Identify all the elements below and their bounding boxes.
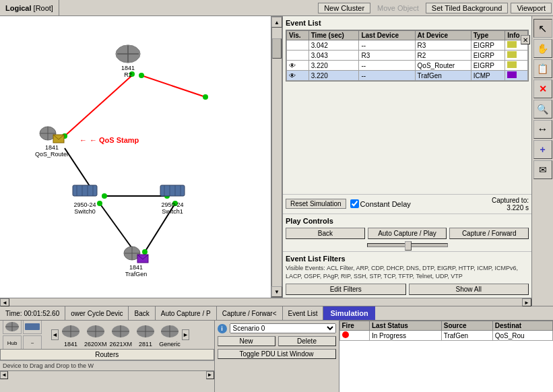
logical-label: Logical bbox=[5, 4, 32, 12]
device-2621xm-label: 2621XM bbox=[109, 341, 132, 348]
event-time-2: 3.220 bbox=[308, 61, 359, 71]
status-auto-capture[interactable]: Auto Capture / P bbox=[156, 306, 217, 320]
device-scroll-left[interactable]: ◄ bbox=[51, 329, 59, 340]
qos-arrow-icon: ← bbox=[79, 136, 87, 144]
envelope-pdu-button[interactable]: ✉ bbox=[533, 160, 552, 179]
hscroll-left[interactable]: ◄ bbox=[0, 298, 9, 306]
scenario-delete-button[interactable]: Delete bbox=[278, 336, 336, 346]
scenario-select[interactable]: Scenario 0 bbox=[230, 323, 336, 333]
scenario-info-icon: i bbox=[218, 324, 227, 333]
canvas-row: 1841R2 18 bbox=[0, 16, 531, 298]
event-list-table-wrapper[interactable]: Vis. Time (sec) Last Device At Device Ty… bbox=[286, 30, 529, 81]
event-filters-title: Event List Filters bbox=[286, 255, 529, 263]
event-row-3[interactable]: 👁 3.220 -- TrafGen ICMP bbox=[287, 71, 528, 81]
canvas-vscroll[interactable]: ▲ ▼ bbox=[271, 16, 282, 298]
play-slider-track[interactable] bbox=[367, 243, 448, 247]
scenario-new-button[interactable]: New bbox=[218, 336, 275, 346]
device-1841[interactable]: 1841 bbox=[60, 322, 82, 348]
canvas-with-scroll: 1841R2 18 bbox=[0, 16, 531, 306]
constant-delay-label[interactable]: Constant Delay bbox=[350, 199, 411, 208]
vscroll-down[interactable]: ▼ bbox=[271, 286, 282, 297]
reset-simulation-button[interactable]: Reset Simulation bbox=[286, 199, 346, 209]
category-switches[interactable] bbox=[23, 321, 42, 334]
sim-col-fire: Fire bbox=[339, 321, 369, 331]
hscroll-track[interactable] bbox=[9, 298, 522, 306]
node-r2[interactable]: 1841R2 bbox=[115, 43, 141, 78]
status-back[interactable]: Back bbox=[129, 306, 155, 320]
canvas-hscroll[interactable]: ◄ ► bbox=[0, 298, 531, 306]
status-event-list[interactable]: Event List bbox=[283, 306, 324, 320]
category-routers[interactable] bbox=[3, 321, 22, 334]
event-last-1: R3 bbox=[359, 51, 415, 61]
dev-hscroll-right[interactable]: ► bbox=[206, 371, 214, 379]
node-switch1[interactable]: 2950-24Switch1 bbox=[159, 180, 186, 215]
toggle-pdu-button[interactable]: Toggle PDU List Window bbox=[218, 349, 336, 359]
note-tool-button[interactable]: 📋 bbox=[533, 59, 552, 78]
dialog-close-button[interactable]: ✕ bbox=[521, 35, 530, 44]
new-cluster-button[interactable]: New Cluster bbox=[318, 3, 370, 13]
zoom-tool-button[interactable]: 🔍 bbox=[533, 100, 552, 119]
node-switch0[interactable]: 2950-24Switch0 bbox=[71, 180, 98, 215]
event-row-2[interactable]: 👁 3.220 -- QoS_Router EIGRP bbox=[287, 61, 528, 71]
top-toolbar: Logical [Root] New Cluster Move Object S… bbox=[0, 0, 553, 16]
bottom-hint: Device to Drag and Drop to the W bbox=[0, 360, 214, 370]
node-switch0-label: 2950-24Switch0 bbox=[73, 201, 96, 215]
col-time: Time (sec) bbox=[308, 31, 359, 40]
show-all-button[interactable]: Show All bbox=[409, 284, 529, 295]
status-time: Time: 00:01:52.60 bbox=[0, 306, 65, 320]
node-switch1-label: 2950-24Switch1 bbox=[161, 201, 183, 215]
node-trafgen[interactable]: 1841TrafGen bbox=[123, 242, 150, 277]
capture-forward-button[interactable]: Capture / Forward bbox=[449, 228, 529, 239]
event-at-3: TrafGen bbox=[415, 71, 471, 81]
vscroll-thumb[interactable] bbox=[272, 38, 282, 59]
svg-line-1 bbox=[141, 75, 205, 97]
main-area: 1841R2 18 bbox=[0, 16, 553, 306]
svg-point-16 bbox=[203, 94, 208, 100]
qos-stamp-label: ← ← QoS Stamp bbox=[79, 136, 139, 144]
simulation-table: Fire Last Status Source Destinat In Prog… bbox=[339, 321, 554, 341]
canvas-area[interactable]: 1841R2 18 bbox=[0, 16, 271, 298]
add-pdu-button[interactable]: + bbox=[533, 140, 552, 159]
routers-label: Routers bbox=[0, 349, 214, 360]
status-power-cycle[interactable]: ower Cycle Devic bbox=[65, 306, 129, 320]
device-2620xm-label: 2620XM bbox=[84, 341, 107, 348]
select-tool-button[interactable]: ↖ bbox=[533, 19, 552, 38]
status-capture-forward[interactable]: Capture / Forwar< bbox=[217, 306, 283, 320]
move-tool-button[interactable]: ↔ bbox=[533, 120, 552, 139]
viewport-button[interactable]: Viewport bbox=[511, 3, 552, 13]
event-row-0[interactable]: 3.042 -- R3 EIGRP bbox=[287, 40, 528, 51]
back-button[interactable]: Back bbox=[286, 228, 365, 239]
event-row-1[interactable]: 3.043 R3 R2 EIGRP bbox=[287, 51, 528, 61]
device-2620xm[interactable]: 2620XM bbox=[84, 322, 107, 348]
play-slider-row bbox=[286, 242, 529, 249]
event-last-2: -- bbox=[359, 61, 415, 71]
hscroll-right[interactable]: ► bbox=[522, 298, 531, 306]
edit-filters-button[interactable]: Edit Filters bbox=[286, 284, 406, 295]
sim-col-status: Last Status bbox=[369, 321, 441, 331]
node-qos[interactable]: 1841QoS_Router bbox=[35, 123, 69, 158]
event-time-0: 3.042 bbox=[308, 40, 359, 51]
device-scroll-right[interactable]: ► bbox=[182, 329, 189, 340]
device-2621xm[interactable]: 2621XM bbox=[109, 322, 132, 348]
router-icon-qos bbox=[38, 123, 65, 144]
hand-tool-button[interactable]: ✋ bbox=[533, 39, 552, 58]
vscroll-up[interactable]: ▲ bbox=[271, 17, 282, 28]
set-tiled-button[interactable]: Set Tiled Background bbox=[426, 3, 509, 13]
constant-delay-checkbox[interactable] bbox=[350, 199, 359, 208]
play-slider-thumb[interactable] bbox=[405, 241, 412, 251]
col-type: Type bbox=[471, 31, 505, 40]
sim-table-row[interactable]: In Progress TrafGen QoS_Rou bbox=[339, 331, 553, 341]
status-simulation[interactable]: Simulation bbox=[323, 306, 375, 320]
category-hubs[interactable]: Hub bbox=[3, 335, 22, 349]
sim-status-cell: In Progress bbox=[369, 331, 441, 341]
delete-tool-button[interactable]: ✕ bbox=[533, 79, 552, 98]
event-type-0: EIGRP bbox=[471, 40, 505, 51]
node-qos-label: 1841QoS_Router bbox=[35, 144, 69, 158]
event-info-3 bbox=[505, 71, 528, 81]
device-2811[interactable]: 2811 bbox=[135, 322, 156, 348]
scenario-buttons: New Delete bbox=[218, 336, 336, 346]
auto-capture-button[interactable]: Auto Capture / Play bbox=[368, 228, 447, 239]
category-wireless[interactable]: ~ bbox=[23, 335, 42, 349]
dev-hscroll-left[interactable]: ◄ bbox=[0, 371, 8, 379]
device-generic[interactable]: Generic bbox=[159, 322, 181, 348]
